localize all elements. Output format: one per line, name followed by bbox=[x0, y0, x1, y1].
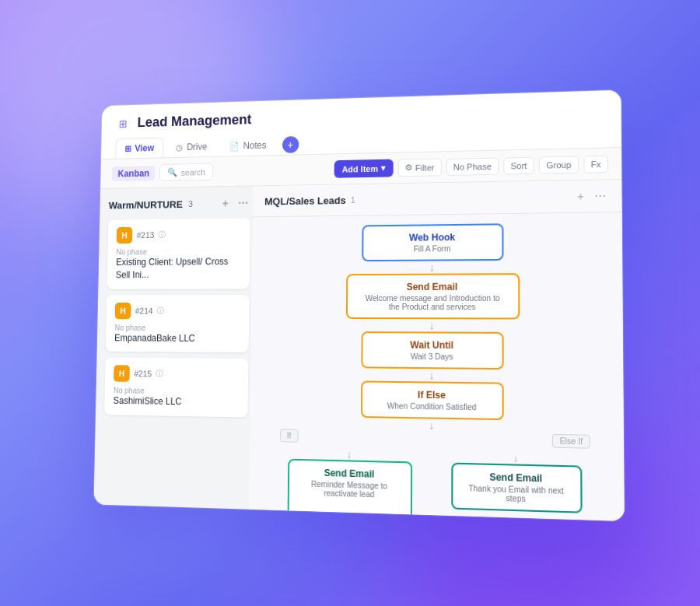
card-214-phase: No phase bbox=[114, 324, 240, 332]
column-sql-title: SQL bbox=[453, 191, 474, 203]
sql-card-145-avatar: H bbox=[463, 219, 481, 236]
column-warm-nurture: Warm/NURTURE 3 + ⋯ H #213 ⓘ No phase E bbox=[94, 186, 261, 510]
flowchart-overlay: MQL/Sales Leads 1 + ⋯ Web Hook Fill A Fo… bbox=[249, 180, 625, 521]
flowchart-more-icon[interactable]: ⋯ bbox=[592, 188, 608, 205]
column-sql-header: SQL 3 bbox=[453, 190, 596, 204]
add-item-button[interactable]: Add Item ▾ bbox=[334, 159, 394, 178]
card-213-info-icon: ⓘ bbox=[159, 229, 166, 240]
search-icon: 🔍 bbox=[167, 167, 177, 177]
card-215-title: SashimiSlice LLC bbox=[113, 395, 239, 410]
app-wrapper: ⊞ Lead Management ⊞ View ◷ Drive 📄 Notes… bbox=[94, 90, 625, 521]
node-else-send-email-title: Send Email bbox=[465, 471, 566, 485]
kanban-area: Warm/NURTURE 3 + ⋯ H #213 ⓘ No phase E bbox=[94, 180, 625, 521]
node-wait-until-title: Wait Until bbox=[375, 339, 489, 351]
card-213-avatar: H bbox=[117, 227, 133, 243]
kanban-label[interactable]: Kanban bbox=[112, 166, 156, 181]
card-215[interactable]: H #215 ⓘ No phase SashimiSlice LLC bbox=[104, 358, 248, 418]
node-else-send-email-subtitle: Thank you Email with next steps bbox=[465, 484, 566, 505]
tab-view[interactable]: ⊞ View bbox=[115, 138, 163, 159]
title-row: ⊞ Lead Management bbox=[116, 102, 604, 131]
add-card-button[interactable]: + bbox=[218, 196, 233, 212]
flowchart-content: Web Hook Fill A Form ↓ Send Email Welcom… bbox=[249, 212, 625, 521]
sql-card-145[interactable]: H #145 No pha... asagnaBa... bbox=[453, 209, 596, 267]
branch-nodes: Send Email Reminder Message to reactivat… bbox=[264, 458, 608, 521]
node-webhook-subtitle: Fill A Form bbox=[376, 244, 489, 254]
branch-arrow-right: ↓ bbox=[435, 450, 599, 466]
group-button[interactable]: Group bbox=[539, 156, 579, 173]
notes-icon: 📄 bbox=[229, 141, 239, 151]
sql-card-149-header: H #149 bbox=[463, 281, 586, 299]
node-wait-until[interactable]: Wait Until Wait 3 Days bbox=[361, 331, 503, 370]
card-214[interactable]: H #214 ⓘ No phase EmpanadaBake LLC bbox=[106, 295, 250, 353]
column-sql-count: 3 bbox=[481, 193, 485, 202]
arrow-1: ↓ bbox=[429, 261, 435, 274]
toolbar-left: Kanban 🔍 search bbox=[112, 163, 213, 183]
if-branch: Send Email Reminder Message to reactivat… bbox=[271, 458, 428, 521]
flowchart-count: 1 bbox=[351, 195, 355, 205]
card-213-header: H #213 ⓘ bbox=[117, 226, 241, 243]
add-tab-button[interactable]: + bbox=[282, 136, 299, 153]
branch-labels: If Else If bbox=[264, 429, 607, 449]
app-title: Lead Management bbox=[137, 112, 251, 131]
sql-card-149-phase: No pha... bbox=[463, 303, 586, 312]
filter-button[interactable]: ⚙ Filter bbox=[398, 158, 442, 177]
card-215-id: #215 bbox=[134, 370, 152, 379]
sql-card-100[interactable]: H #100 No pha... xisting Cli... bbox=[453, 336, 597, 394]
fx-button[interactable]: Fx bbox=[583, 155, 608, 173]
tab-drive[interactable]: ◷ Drive bbox=[166, 136, 217, 157]
node-webhook[interactable]: Web Hook Fill A Form bbox=[362, 223, 503, 261]
flowchart-actions: + ⋯ bbox=[572, 188, 609, 205]
if-label: If bbox=[280, 429, 298, 443]
branch-arrows: ↓ ↓ bbox=[264, 447, 607, 466]
card-214-title: EmpanadaBake LLC bbox=[114, 331, 240, 345]
sql-card-145-id: #145 bbox=[485, 222, 505, 232]
flowchart-header: MQL/Sales Leads 1 + ⋯ bbox=[253, 180, 622, 217]
arrow-4: ↓ bbox=[429, 419, 434, 432]
node-send-email-1-subtitle: Welcome message and Introduction to the … bbox=[360, 294, 506, 311]
column-warm-nurture-title: Warm/NURTURE bbox=[109, 198, 183, 211]
column-sql: SQL 3 H #145 No pha... asagnaBa... H #14… bbox=[443, 180, 607, 520]
card-215-avatar: H bbox=[114, 366, 130, 383]
sql-card-149[interactable]: H #149 No pha... cuscousG... bbox=[453, 273, 597, 331]
node-if-else-title: If Else bbox=[375, 389, 489, 401]
node-if-else[interactable]: If Else When Condition Satisfied bbox=[361, 380, 504, 420]
sql-card-100-avatar: H bbox=[463, 344, 481, 362]
flowchart-add-button[interactable]: + bbox=[572, 188, 589, 205]
flowchart-title: MQL/Sales Leads bbox=[264, 194, 346, 207]
card-213-title: Existing Client: Upsell/ Cross Sell Ini.… bbox=[116, 255, 241, 281]
card-214-info-icon: ⓘ bbox=[157, 306, 165, 317]
node-send-email-1[interactable]: Send Email Welcome message and Introduct… bbox=[346, 273, 520, 319]
tab-notes[interactable]: 📄 Notes bbox=[219, 135, 276, 156]
sql-card-100-header: H #100 bbox=[463, 344, 586, 363]
node-else-send-email[interactable]: Send Email Thank you Email with next ste… bbox=[451, 463, 582, 513]
grid-icon: ⊞ bbox=[116, 116, 131, 131]
sql-card-100-phase: No pha... bbox=[463, 366, 586, 377]
card-215-info-icon: ⓘ bbox=[156, 369, 164, 380]
sql-card-100-id: #100 bbox=[485, 348, 505, 357]
card-213[interactable]: H #213 ⓘ No phase Existing Client: Upsel… bbox=[107, 218, 250, 289]
arrow-2: ↓ bbox=[429, 319, 435, 331]
node-if-send-email-title: Send Email bbox=[301, 467, 397, 480]
toolbar-right: Add Item ▾ ⚙ Filter No Phase Sort Group bbox=[334, 155, 608, 178]
node-send-email-1-title: Send Email bbox=[360, 281, 506, 292]
sql-card-145-header: H #145 bbox=[463, 218, 586, 236]
no-phase-button[interactable]: No Phase bbox=[446, 157, 499, 175]
node-webhook-title: Web Hook bbox=[376, 232, 489, 243]
column-warm-nurture-count: 3 bbox=[188, 199, 193, 208]
view-icon: ⊞ bbox=[124, 144, 131, 154]
column-warm-nurture-header: Warm/NURTURE 3 + ⋯ bbox=[109, 195, 251, 212]
card-213-id: #213 bbox=[137, 230, 155, 240]
more-options-icon[interactable]: ⋯ bbox=[236, 195, 250, 211]
arrow-else-5: ↓ bbox=[513, 511, 518, 521]
search-box[interactable]: 🔍 search bbox=[159, 163, 214, 181]
arrow-3: ↓ bbox=[429, 369, 434, 381]
node-wait-until-subtitle: Wait 3 Days bbox=[375, 352, 489, 361]
sort-button[interactable]: Sort bbox=[503, 156, 534, 174]
app-window: ⊞ Lead Management ⊞ View ◷ Drive 📄 Notes… bbox=[94, 90, 625, 521]
node-if-else-subtitle: When Condition Satisfied bbox=[375, 401, 489, 412]
card-214-header: H #214 ⓘ bbox=[115, 303, 240, 320]
else-if-label: Else If bbox=[552, 434, 590, 449]
card-214-id: #214 bbox=[135, 306, 153, 315]
sql-card-145-title: asagnaBa... bbox=[463, 249, 586, 259]
node-if-send-email[interactable]: Send Email Reminder Message to reactivat… bbox=[287, 459, 412, 521]
